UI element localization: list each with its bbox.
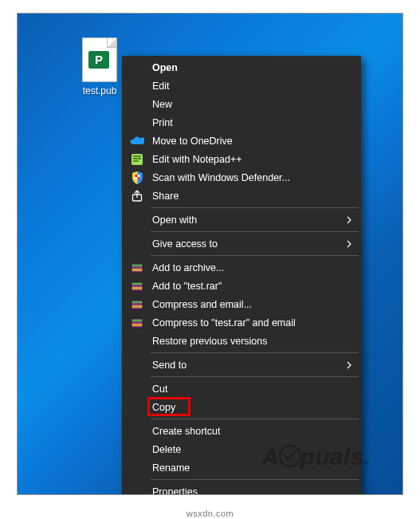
menu-properties[interactable]: Properties [124,482,359,495]
menu-add-to-archive[interactable]: Add to archive... [124,258,359,277]
menu-separator [151,231,359,232]
menu-separator [151,479,359,480]
desktop-wallpaper: P test.pub Open Edit New Print Move to O… [17,13,403,495]
svg-rect-0 [131,154,143,165]
checkmark-icon [278,444,302,474]
menu-create-shortcut[interactable]: Create shortcut [124,422,359,440]
winrar-icon [130,261,144,275]
watermark-appuals: A puals. [262,443,371,474]
winrar-icon [130,316,144,330]
chevron-right-icon [347,240,351,248]
svg-rect-11 [131,287,143,289]
menu-restore-previous-versions[interactable]: Restore previous versions [124,332,359,350]
svg-rect-3 [137,177,139,179]
onedrive-icon [130,134,144,148]
menu-share[interactable]: Share [124,187,359,205]
winrar-icon [130,297,144,312]
svg-rect-19 [131,324,143,326]
chevron-right-icon [347,361,351,369]
context-menu: Open Edit New Print Move to OneDrive Edi… [122,56,361,495]
svg-rect-15 [131,305,143,308]
winrar-icon [130,279,144,293]
menu-separator [151,207,359,208]
menu-give-access-to[interactable]: Give access to [124,234,359,253]
menu-separator [151,419,359,419]
menu-edit-notepadpp[interactable]: Edit with Notepad++ [124,150,359,168]
menu-add-to-testrar[interactable]: Add to "test.rar" [124,277,359,295]
desktop-file-label: test.pub [72,85,128,96]
publisher-badge: P [88,51,109,69]
defender-shield-icon [130,171,144,185]
menu-move-onedrive[interactable]: Move to OneDrive [124,132,359,150]
menu-separator [151,352,359,353]
source-caption: wsxdn.com [0,509,420,518]
menu-print[interactable]: Print [124,113,359,132]
svg-rect-2 [135,175,137,177]
menu-scan-defender[interactable]: Scan with Windows Defender... [124,168,359,187]
menu-edit[interactable]: Edit [124,77,359,95]
publisher-file-icon: P [82,37,117,82]
menu-separator [151,255,359,256]
menu-copy[interactable]: Copy [124,398,359,416]
menu-compress-and-email[interactable]: Compress and email... [124,295,359,313]
menu-open-with[interactable]: Open with [124,210,359,229]
menu-compress-testrar-email[interactable]: Compress to "test.rar" and email [124,313,359,332]
svg-rect-7 [131,269,143,271]
menu-send-to[interactable]: Send to [124,356,359,374]
menu-separator [151,376,359,377]
menu-new[interactable]: New [124,95,359,113]
desktop-file-testpub[interactable]: P test.pub [72,37,128,96]
chevron-right-icon [347,216,351,224]
menu-open[interactable]: Open [124,58,359,77]
share-icon [130,189,144,203]
notepadpp-icon [130,152,144,167]
menu-cut[interactable]: Cut [124,379,359,398]
